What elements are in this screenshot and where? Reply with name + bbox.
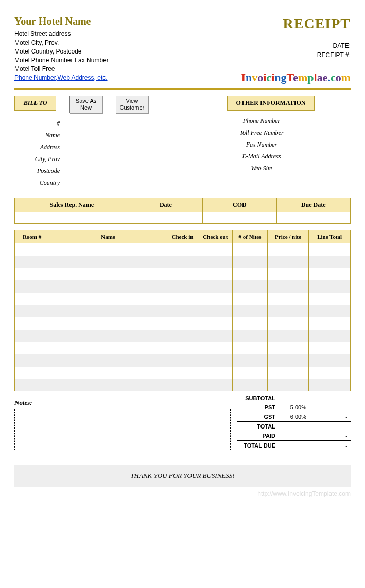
hotel-country: Motel Country, Postcode (14, 48, 109, 55)
items-table: Room # Name Check in Check out # of Nite… (14, 230, 351, 391)
save-as-new-button[interactable]: Save As New (69, 96, 102, 113)
bill-to-heading: BILL TO (14, 96, 56, 111)
subtotal-label: SUBTOTAL (237, 394, 279, 403)
col-price: Price / nite (267, 230, 309, 243)
total-label: TOTAL (237, 422, 279, 432)
col-checkin: Check in (167, 230, 198, 243)
hotel-street: Hotel Street address (14, 30, 109, 38)
meta-table: Sales Rep. Name Date COD Due Date (14, 198, 351, 224)
hotel-city: Motel City, Prov. (14, 39, 109, 46)
hotel-web-link[interactable]: Phone Number,Web Address, etc. (14, 74, 109, 81)
billto-city-label: City, Prov (15, 154, 62, 165)
due-value: - (309, 441, 351, 451)
date-label: DATE: (241, 42, 351, 49)
table-row[interactable] (15, 379, 351, 391)
table-row[interactable] (15, 342, 351, 354)
col-date: Date (129, 198, 202, 212)
col-room: Room # (15, 230, 49, 243)
view-customer-button[interactable]: View Customer (116, 96, 148, 113)
col-name: Name (49, 230, 167, 243)
other-web-label: Web Site (223, 163, 300, 174)
table-row[interactable] (15, 256, 351, 268)
other-email-label: E-Mail Address (223, 151, 300, 162)
table-row[interactable] (15, 317, 351, 330)
due-label: TOTAL DUE (237, 441, 279, 451)
col-linetotal: Line Total (309, 230, 351, 243)
total-value: - (309, 422, 351, 432)
col-cod: COD (203, 198, 276, 212)
footer-thanks: THANK YOU FOR YOUR BUSINESS! (14, 465, 351, 487)
table-row[interactable] (15, 330, 351, 342)
table-row[interactable] (15, 293, 351, 305)
billto-address-label: Address (15, 142, 62, 153)
table-row[interactable] (15, 243, 351, 256)
other-tollfree-label: Toll Free Number (223, 128, 300, 138)
bill-to-fields: # Name Address City, Prov Postcode Count… (14, 117, 68, 189)
pst-value: - (309, 403, 351, 412)
billto-postcode-label: Postcode (15, 166, 62, 176)
notes-input[interactable] (14, 409, 231, 450)
other-phone-label: Phone Number (223, 116, 300, 127)
invoicing-template-logo: InvoicingTemplae.com (241, 71, 351, 84)
col-nites: # of Nites (233, 230, 267, 243)
billto-name-label: Name (15, 130, 62, 141)
receipt-title: RECEIPT (241, 15, 351, 32)
other-info-heading: OTHER INFORMATION (227, 96, 315, 111)
billto-country-label: Country (15, 177, 62, 188)
billto-id-label: # (15, 118, 62, 129)
notes-label: Notes: (14, 399, 231, 407)
paid-value: - (309, 431, 351, 441)
table-row[interactable] (15, 367, 351, 379)
other-info-fields: Phone Number Toll Free Number Fax Number… (222, 115, 301, 175)
hotel-phone: Motel Phone Number Fax Number (14, 57, 109, 64)
gst-label: GST (237, 412, 279, 422)
divider (14, 88, 351, 90)
table-row[interactable] (15, 354, 351, 367)
gst-value: - (309, 412, 351, 422)
subtotal-value: - (309, 394, 351, 403)
receipt-number-label: RECEIPT #: (241, 51, 351, 59)
col-checkout: Check out (198, 230, 233, 243)
watermark: http://www.InvoicingTemplate.com (14, 490, 351, 497)
gst-pct: 6.00% (279, 412, 309, 422)
meta-row[interactable] (15, 212, 351, 224)
table-row[interactable] (15, 305, 351, 317)
table-row[interactable] (15, 268, 351, 280)
other-fax-label: Fax Number (223, 139, 300, 150)
pst-label: PST (237, 403, 279, 412)
col-salesrep: Sales Rep. Name (15, 198, 129, 212)
hotel-name: Your Hotel Name (14, 15, 109, 27)
hotel-info: Your Hotel Name Hotel Street address Mot… (14, 15, 109, 81)
table-row[interactable] (15, 280, 351, 293)
hotel-tollfree: Motel Toll Free (14, 65, 109, 73)
col-duedate: Due Date (276, 198, 350, 212)
paid-label: PAID (237, 431, 279, 441)
pst-pct: 5.00% (279, 403, 309, 412)
